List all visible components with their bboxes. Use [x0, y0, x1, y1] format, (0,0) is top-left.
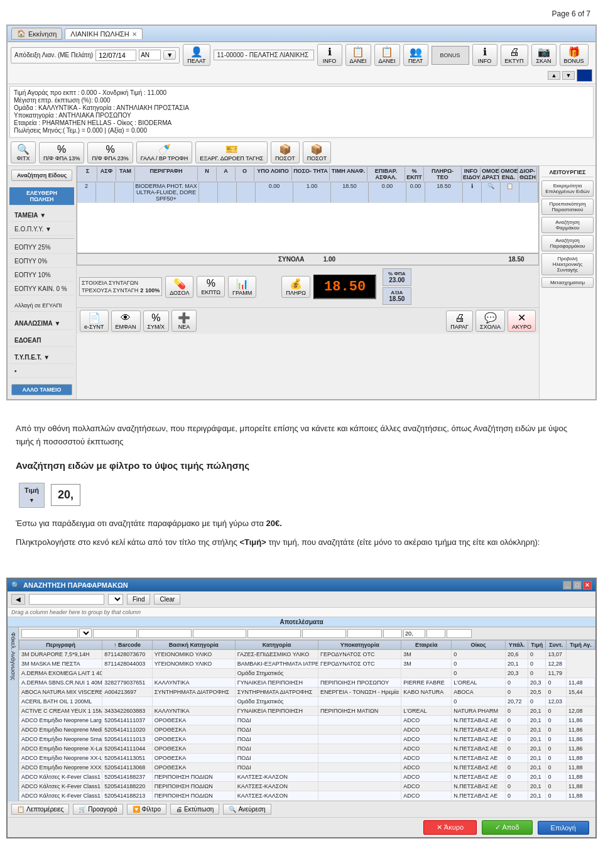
search-dropdown[interactable] [108, 594, 123, 605]
table-row[interactable]: ADCO Επιμήδιο Neoprene Small520541411101… [19, 735, 595, 744]
rs-item-2[interactable]: Προεπισκόπηση Παραστατικού [541, 199, 594, 215]
rs-item-5[interactable]: Προβολή Ηλεκτρονικής Συνταγής [541, 253, 594, 275]
leptomeries-btn[interactable]: 📋 Λεπτομέρειες [11, 804, 69, 815]
filter-basikh[interactable] [138, 629, 192, 638]
danei1-btn[interactable]: 📋 ΔΑΝΕΙ [345, 44, 371, 66]
gala-btn[interactable]: 🍼 ΓΑΛΑ / ΒΡ ΤΡΟΦΗ [136, 141, 193, 163]
akyro-btn[interactable]: ✕ ΑΚΥΡΟ [508, 310, 536, 332]
date-input[interactable] [95, 50, 136, 61]
parag-btn[interactable]: 🖨 ΠΑΡΑΓ [446, 310, 473, 332]
eopyy0-item[interactable]: ΕΟΠΥΥ 0% [9, 255, 74, 268]
scroll-up-btn[interactable]: ▲ [548, 71, 560, 80]
eoppy-item[interactable]: Ε.Ο.Π.Υ.Υ. ▼ [9, 223, 74, 236]
th-synt[interactable]: Συντ. [546, 640, 567, 650]
eleftheri-polisi-item[interactable]: ΕΛΕΥΘΕΡΗ ΠΩΛΗΣΗ [9, 187, 74, 206]
table-row[interactable]: ABOCA NATURA MIX VISCERE 3*13GRA00421369… [19, 688, 595, 697]
table-row[interactable]: 3M DURAPORE 7,5*9,14H8711428073670ΥΓΕΙΟΝ… [19, 650, 595, 659]
symx-btn[interactable]: % ΣΥΜ/Χ [143, 310, 170, 332]
scroll-down-btn[interactable]: ▼ [562, 71, 575, 80]
cell-omoeid1-1[interactable]: 🔍 [482, 182, 501, 202]
th-ypokategoria[interactable]: Υποκατηγορία [318, 640, 401, 650]
th-barcode[interactable]: ↑ Barcode [102, 640, 152, 650]
search-input-field[interactable] [29, 594, 104, 605]
grid-row-1[interactable]: 2 BIODERMA PHOT. MAXULTRA-FLUIDE, DORE S… [77, 182, 539, 203]
anevreusi-btn[interactable]: 🔍 Ανεύρεση [223, 804, 271, 815]
pelt-btn[interactable]: 👥 ΠΕΛΤ [403, 44, 428, 66]
close-btn[interactable]: ✕ [583, 581, 592, 590]
table-row[interactable]: 3M MASKA ΜΕ ΠΕΣΤΑ8711428044003ΥΓΕΙΟΝΟΜΙΚ… [19, 659, 595, 669]
sxolia-btn[interactable]: 💬 ΣΧΟΛΙΑ [475, 310, 505, 332]
back-nav-btn[interactable]: ◀ [11, 594, 25, 605]
eopyy-kain-item[interactable]: ΕΟΠΥΥ ΚΑΙΝ. 0 % [9, 283, 74, 295]
field2-input[interactable] [139, 50, 161, 60]
fpa23-btn[interactable]: % Π/Φ ΦΠΑ 23% [87, 142, 133, 163]
ektyp-btn[interactable]: 🖨 ΕΚΤΥΠ [501, 45, 528, 66]
plhro-btn[interactable]: 💰 ΠΛΗΡΩ [281, 276, 310, 298]
minimize-btn[interactable]: _ [563, 581, 572, 590]
table-row[interactable]: ACTIVE C CREAM YEUX 1 15ML3433422603883Κ… [19, 706, 595, 716]
filter-timh[interactable] [403, 629, 425, 638]
typet-item[interactable]: Τ.Υ.Π.Ε.Τ. ▼ [9, 351, 74, 364]
allagi-item[interactable]: Αλλαγή σε ΕΓΥΑΠΙ [9, 300, 74, 312]
filter-oikos[interactable] [347, 629, 382, 638]
tab-ekkinisi[interactable]: 🏠 Εκκίνηση [11, 28, 62, 40]
rs-item-3[interactable]: Αναζήτηση Φαρμάκου [541, 217, 594, 233]
table-row[interactable]: ADCO Επιμήδιο Neoprene XXX-Large52054141… [19, 763, 595, 772]
allo-tameio-btn[interactable]: ΑΛΛΟ ΤΑΜΕΙΟ [11, 384, 72, 395]
table-row[interactable]: ADCO Κάλτσες K-Fever Class1 Beige Small5… [19, 791, 595, 801]
th-timhag[interactable]: Τιμή Αγ. [566, 640, 595, 650]
info2-btn[interactable]: ℹ INFO [472, 44, 497, 66]
dot-item[interactable]: • [9, 365, 74, 378]
eopyy25-item[interactable]: ΕΟΠΥΥ 25% [9, 241, 74, 254]
cell-info-1[interactable]: ℹ [463, 182, 482, 202]
table-row[interactable]: ADCO Επιμήδιο Neoprene XX-Large520541411… [19, 754, 595, 763]
table-row[interactable]: ADCO Κάλτσες K-Fever Class1 Beige Large5… [19, 772, 595, 782]
th-kategoria[interactable]: Κατηγορία [235, 640, 318, 650]
table-row[interactable]: A.DERMA SBNS.CR.NUI 1 40ML3282779037651Κ… [19, 678, 595, 688]
filter-dropdown-arrow[interactable]: ▼ [24, 496, 39, 505]
rs-item-4[interactable]: Αναζήτηση Παραφαρμάκου [541, 235, 594, 251]
filter-barcode[interactable] [93, 629, 137, 638]
eopyy10-item[interactable]: ΕΟΠΥΥ 10% [9, 269, 74, 282]
th-ypal[interactable]: Υπάλ. [505, 640, 528, 650]
table-row[interactable]: ACERIL BATH OIL 1 200MLΟμάδα Στηματικός0… [19, 697, 595, 706]
fitx-btn[interactable]: 🔍 ΦΙΤΧ [11, 141, 36, 163]
fpa13-btn[interactable]: % Π/Φ ΦΠΑ 13% [39, 142, 84, 163]
filter-ypokategoria[interactable] [247, 629, 301, 638]
rs-item-6[interactable]: Μετασχηματισμ [541, 277, 594, 288]
proagora-btn[interactable]: 🛒 Προαγορά [73, 804, 122, 815]
ektypwsi-btn[interactable]: 🖨 Εκτύπωση [170, 804, 219, 815]
cell-omoeid2-1[interactable]: 📋 [501, 182, 519, 202]
filter-barcode-select[interactable]: ↑ [79, 629, 92, 638]
clear-btn[interactable]: Clear [154, 594, 180, 605]
emfan-btn[interactable]: 👁 ΕΜΦΑΝ [111, 310, 141, 332]
filter-kategoria[interactable] [193, 629, 246, 638]
footer-cancel-btn[interactable]: ✕ Άκυρο [423, 820, 477, 835]
gramm-btn[interactable]: 📊 ΓΡΑΜΜ [228, 276, 256, 298]
th-etaireia[interactable]: Εταιρεία [401, 640, 452, 650]
th-basikh[interactable]: Βασική Κατηγορία [152, 640, 235, 650]
find-btn[interactable]: Find [127, 594, 150, 605]
analogisma-item[interactable]: ΑΝΑΛΩΣΙΜΑ ▼ [9, 317, 74, 330]
table-row[interactable]: ADCO Κάλτσες K-Fever Class1 Beige Medium… [19, 782, 595, 791]
close-tab-icon[interactable]: ✕ [132, 31, 137, 38]
posot2-btn[interactable]: 📦 ΠΟΣΟΤ [303, 141, 332, 163]
danei2-btn[interactable]: 📋 ΔΑΝΕΙ [374, 44, 400, 66]
footer-select-btn[interactable]: Επιλογή [538, 821, 589, 835]
esynt-btn[interactable]: 📄 e-ΣΥΝΤ [80, 310, 109, 332]
skan-btn[interactable]: 📷 ΣΚΑΝ [531, 44, 557, 66]
anazitisi-btn[interactable]: Αναζήτηση Είδους [11, 170, 72, 181]
maximize-btn[interactable]: □ [573, 581, 582, 590]
table-row[interactable]: A.DERMA EXOMEGA LAIT 1 400MLΟμάδα Στηματ… [19, 669, 595, 678]
tameia-item[interactable]: ΤΑΜΕΙΑ ▼ [9, 209, 74, 222]
table-row[interactable]: ADCO Επιμήδιο Neoprene X-Large5205414111… [19, 744, 595, 754]
dosol-btn[interactable]: 💊 ΔΟΣΟΛ [165, 276, 193, 298]
posot1-btn[interactable]: 📦 ΠΟΣΟΤ [271, 141, 300, 163]
table-wrapper[interactable]: ↑ Περιγραφή ↑ Barco [19, 627, 595, 801]
info-btn[interactable]: ℹ INFO [317, 44, 342, 66]
footer-ok-btn[interactable]: ✓ Αποδ [482, 820, 532, 835]
filter-etaireia[interactable] [302, 629, 346, 638]
tab-lianikh[interactable]: ΛΙΑΝΙΚΗ ΠΩΛΗΣΗ ✕ [65, 28, 142, 39]
nea-btn[interactable]: ➕ ΝΕΑ [171, 310, 197, 332]
filter-value[interactable]: 20, [51, 484, 80, 506]
